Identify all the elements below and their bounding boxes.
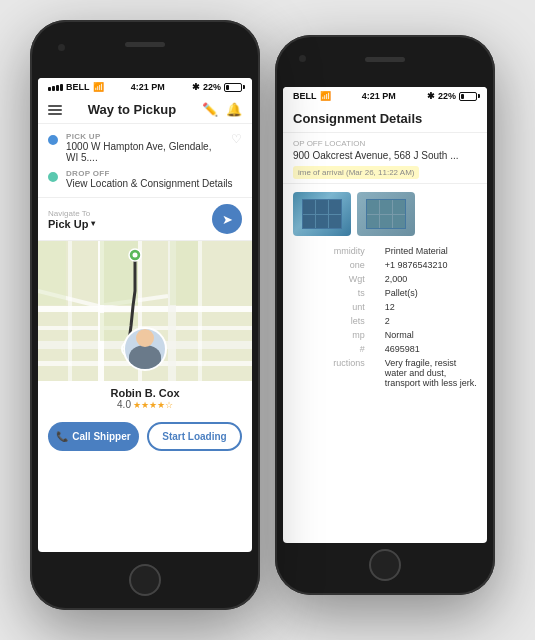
- detail-value-0: Printed Material: [375, 244, 487, 258]
- pickup-dot: [48, 135, 58, 145]
- rating-stars: ★★★★☆: [133, 400, 173, 410]
- battery-text-back: 22%: [438, 91, 456, 101]
- arrival-badge: ime of arrival (Mar 26, 11:22 AM): [293, 166, 419, 179]
- loading-label: Start Loading: [162, 431, 226, 442]
- battery-text-front: 22%: [203, 82, 221, 92]
- navigate-label: Navigate To: [48, 209, 95, 218]
- arrow-icon: ➤: [222, 212, 233, 227]
- svg-rect-15: [38, 241, 66, 305]
- detail-label-1: one: [283, 258, 375, 272]
- detail-value-4: 12: [375, 300, 487, 314]
- consignment-image-1: [293, 192, 351, 236]
- table-row: one +1 9876543210: [283, 258, 487, 272]
- app-header: Way to Pickup ✏️ 🔔: [38, 96, 252, 124]
- page-title: Way to Pickup: [88, 102, 176, 117]
- table-row: mp Normal: [283, 328, 487, 342]
- favorite-icon[interactable]: ♡: [231, 132, 242, 146]
- back-screen: BELL 📶 4:21 PM ✱ 22% Consignment Details: [283, 87, 487, 543]
- map-area[interactable]: [38, 241, 252, 381]
- table-row: lets 2: [283, 314, 487, 328]
- navigate-section: Navigate To Pick Up ▾ ➤: [38, 198, 252, 241]
- navigate-button[interactable]: ➤: [212, 204, 242, 234]
- wifi-icon-front: 📶: [93, 82, 104, 92]
- table-row: Wgt 2,000: [283, 272, 487, 286]
- dropoff-label: op Off Location: [293, 139, 477, 148]
- driver-name: Robin B. Cox: [48, 387, 242, 399]
- bell-icon[interactable]: 🔔: [226, 102, 242, 117]
- pickup-item: PICK UP 1000 W Hampton Ave, Glendale, WI…: [48, 132, 242, 163]
- svg-rect-13: [170, 241, 198, 305]
- consignment-title: Consignment Details: [293, 111, 422, 126]
- front-phone: BELL 📶 4:21 PM ✱ 22% Way to Pickup: [30, 20, 260, 610]
- speaker-front: [125, 42, 165, 47]
- svg-point-17: [133, 253, 138, 258]
- carrier-back: BELL: [293, 91, 317, 101]
- detail-value-7: 4695981: [375, 342, 487, 356]
- camera-front: [58, 44, 65, 51]
- table-row: mmidity Printed Material: [283, 244, 487, 258]
- table-row: ts Pallet(s): [283, 286, 487, 300]
- edit-icon[interactable]: ✏️: [202, 102, 218, 117]
- detail-label-5: lets: [283, 314, 375, 328]
- consignment-images: [283, 184, 487, 244]
- detail-label-8: ructions: [283, 356, 375, 390]
- detail-label-4: unt: [283, 300, 375, 314]
- driver-avatar: [123, 327, 167, 371]
- detail-value-3: Pallet(s): [375, 286, 487, 300]
- bluetooth-icon-back: ✱: [427, 91, 435, 101]
- home-button-front[interactable]: [129, 564, 161, 596]
- front-screen: BELL 📶 4:21 PM ✱ 22% Way to Pickup: [38, 78, 252, 552]
- battery-icon-front: [224, 83, 242, 92]
- detail-value-2: 2,000: [375, 272, 487, 286]
- back-phone: BELL 📶 4:21 PM ✱ 22% Consignment Details: [275, 35, 495, 595]
- rating-value: 4.0: [117, 399, 131, 410]
- details-table: mmidity Printed Material one +1 98765432…: [283, 244, 487, 390]
- phone-icon: 📞: [56, 431, 68, 442]
- detail-value-5: 2: [375, 314, 487, 328]
- table-row: ructions Very fragile, resist water and …: [283, 356, 487, 390]
- signal-icon: [48, 84, 63, 91]
- detail-label-2: Wgt: [283, 272, 375, 286]
- call-shipper-button[interactable]: 📞 Call Shipper: [48, 422, 139, 451]
- navigate-value[interactable]: Pick Up ▾: [48, 218, 95, 230]
- svg-rect-9: [68, 241, 72, 381]
- driver-rating: 4.0 ★★★★☆: [48, 399, 242, 410]
- route-section: PICK UP 1000 W Hampton Ave, Glendale, WI…: [38, 124, 252, 198]
- pickup-address: 1000 W Hampton Ave, Glendale, WI 5....: [66, 141, 223, 163]
- consignment-image-2: [357, 192, 415, 236]
- dropoff-label: DROP OFF: [66, 169, 233, 178]
- bluetooth-icon-front: ✱: [192, 82, 200, 92]
- detail-label-3: ts: [283, 286, 375, 300]
- dropoff-address: 900 Oakcrest Avenue, 568 J South ...: [293, 150, 477, 161]
- start-loading-button[interactable]: Start Loading: [147, 422, 242, 451]
- speaker: [365, 57, 405, 62]
- detail-value-8: Very fragile, resist water and dust, tra…: [375, 356, 487, 390]
- svg-rect-8: [198, 241, 202, 381]
- carrier-front: BELL: [66, 82, 90, 92]
- home-button-back[interactable]: [369, 549, 401, 581]
- menu-icon[interactable]: [48, 105, 62, 115]
- consignment-header: Consignment Details: [283, 105, 487, 133]
- time-back: 4:21 PM: [362, 91, 396, 101]
- call-label: Call Shipper: [72, 431, 130, 442]
- dropoff-location-section: op Off Location 900 Oakcrest Avenue, 568…: [283, 133, 487, 184]
- detail-value-1: +1 9876543210: [375, 258, 487, 272]
- wifi-icon-back: 📶: [320, 91, 331, 101]
- action-buttons: 📞 Call Shipper Start Loading: [38, 416, 252, 459]
- dropoff-address: View Location & Consignment Details: [66, 178, 233, 189]
- battery-icon-back: [459, 92, 477, 101]
- time-front: 4:21 PM: [131, 82, 165, 92]
- dropoff-dot: [48, 172, 58, 182]
- scene: BELL 📶 4:21 PM ✱ 22% Consignment Details: [0, 0, 535, 640]
- detail-label-7: #: [283, 342, 375, 356]
- detail-label-6: mp: [283, 328, 375, 342]
- driver-section: Robin B. Cox 4.0 ★★★★☆: [38, 381, 252, 416]
- camera-back: [299, 55, 306, 62]
- detail-label-0: mmidity: [283, 244, 375, 258]
- table-row: unt 12: [283, 300, 487, 314]
- driver-map-avatar: [123, 327, 167, 371]
- table-row: # 4695981: [283, 342, 487, 356]
- status-bar-back: BELL 📶 4:21 PM ✱ 22%: [283, 87, 487, 105]
- status-bar-front: BELL 📶 4:21 PM ✱ 22%: [38, 78, 252, 96]
- dropoff-item: DROP OFF View Location & Consignment Det…: [48, 169, 242, 189]
